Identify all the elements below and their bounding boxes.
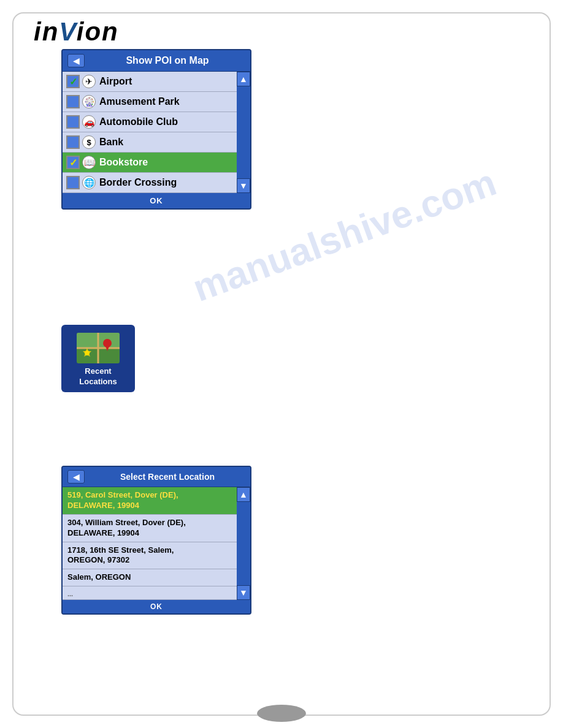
bottom-oval — [257, 705, 306, 722]
srl-list: 519, Carol Street, Dover (DE),DELAWARE, … — [63, 487, 250, 600]
recent-locations-button[interactable]: RecentLocations — [61, 325, 135, 392]
poi-checkbox-automobile-club[interactable] — [66, 115, 80, 129]
poi-checkbox-amusement-park[interactable] — [66, 95, 80, 108]
poi-label-amusement-park: Amusement Park — [99, 96, 180, 107]
poi-checkbox-bank[interactable] — [66, 135, 80, 149]
recent-locations-label: RecentLocations — [79, 366, 117, 387]
srl-item-loc5[interactable]: ... — [63, 586, 250, 600]
poi-icon-amusement-park: 🎡 — [82, 95, 96, 108]
srl-scrollbar: ▲ ▼ — [237, 487, 250, 600]
srl-scroll-down-button[interactable]: ▼ — [237, 585, 250, 600]
srl-scroll-up-button[interactable]: ▲ — [237, 487, 250, 502]
poi-item-airport[interactable]: ✈ Airport — [63, 72, 250, 92]
srl-ok-button[interactable]: OK — [63, 600, 250, 613]
poi-panel-header: ◀ Show POI on Map — [63, 50, 250, 72]
poi-item-bookstore[interactable]: 📖 Bookstore — [63, 153, 250, 173]
srl-back-button[interactable]: ◀ — [67, 470, 85, 483]
poi-icon-bookstore: 📖 — [82, 156, 96, 169]
poi-item-border-crossing[interactable]: 🌐 Border Crossing — [63, 173, 250, 193]
poi-item-amusement-park[interactable]: 🎡 Amusement Park — [63, 92, 250, 112]
poi-list: ✈ Airport 🎡 Amusement Park 🚗 Automobile … — [63, 72, 250, 193]
poi-label-bank: Bank — [99, 137, 123, 148]
srl-panel: ◀ Select Recent Location 519, Carol Stre… — [61, 466, 251, 615]
srl-panel-title: Select Recent Location — [90, 472, 245, 482]
poi-icon-border-crossing: 🌐 — [82, 176, 96, 189]
poi-checkbox-airport[interactable] — [66, 75, 80, 88]
recent-locations-icon — [74, 330, 123, 366]
poi-checkbox-border-crossing[interactable] — [66, 176, 80, 189]
srl-item-loc2[interactable]: 304, William Street, Dover (DE),DELAWARE… — [63, 515, 250, 542]
poi-label-airport: Airport — [99, 76, 132, 87]
poi-scroll-up-button[interactable]: ▲ — [237, 72, 250, 86]
poi-icon-airport: ✈ — [82, 75, 96, 88]
poi-checkbox-bookstore[interactable] — [66, 156, 80, 169]
logo-v: V — [59, 17, 76, 46]
srl-item-loc1[interactable]: 519, Carol Street, Dover (DE),DELAWARE, … — [63, 487, 250, 515]
srl-panel-header: ◀ Select Recent Location — [63, 467, 250, 487]
poi-label-bookstore: Bookstore — [99, 157, 148, 168]
poi-label-border-crossing: Border Crossing — [99, 177, 177, 188]
srl-item-loc4[interactable]: Salem, OREGON — [63, 569, 250, 586]
poi-panel-title: Show POI on Map — [90, 55, 245, 66]
poi-item-automobile-club[interactable]: 🚗 Automobile Club — [63, 112, 250, 132]
srl-item-loc3[interactable]: 1718, 16th SE Street, Salem,OREGON, 9730… — [63, 542, 250, 570]
logo: inVion — [34, 17, 119, 47]
poi-item-bank[interactable]: $ Bank — [63, 132, 250, 153]
poi-ok-button[interactable]: OK — [63, 193, 250, 208]
poi-panel: ◀ Show POI on Map ✈ Airport 🎡 Amusement … — [61, 49, 251, 210]
poi-label-automobile-club: Automobile Club — [99, 116, 178, 127]
poi-scrollbar: ▲ ▼ — [237, 72, 250, 193]
poi-back-button[interactable]: ◀ — [67, 54, 85, 67]
poi-icon-automobile-club: 🚗 — [82, 115, 96, 129]
logo-in: in — [34, 17, 59, 46]
poi-scroll-down-button[interactable]: ▼ — [237, 178, 250, 193]
poi-icon-bank: $ — [82, 135, 96, 149]
logo-ion: ion — [77, 17, 119, 46]
